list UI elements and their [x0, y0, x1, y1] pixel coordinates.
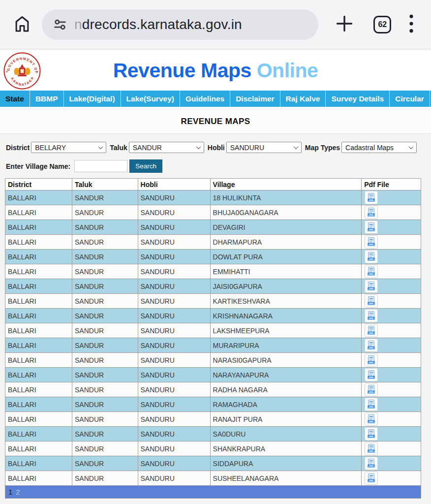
nav-tab-disclaimer[interactable]: Disclaimer: [230, 91, 280, 107]
pdf-download-button[interactable]: [365, 457, 378, 470]
pdf-download-button[interactable]: [365, 368, 378, 381]
village-cell: RANAJIT PURA: [210, 412, 362, 427]
village-cell: EMMIHATTI: [210, 264, 362, 279]
site-settings-icon[interactable]: [53, 17, 67, 32]
pdf-file-cell: [362, 353, 421, 368]
pdf-file-icon: [366, 296, 376, 306]
nav-tab-lake-survey[interactable]: Lake(Survey): [121, 91, 180, 107]
hobli-cell: SANDURU: [138, 235, 210, 250]
pdf-file-icon: [366, 266, 376, 277]
taluk-cell: SANDUR: [72, 456, 138, 471]
pdf-file-icon: [366, 355, 376, 365]
tab-switcher-button[interactable]: 62: [369, 11, 396, 38]
taluk-cell: SANDUR: [72, 397, 138, 412]
district-cell: BALLARI: [5, 441, 72, 456]
pdf-file-icon: [366, 325, 376, 336]
taluk-cell: SANDUR: [72, 382, 138, 397]
map-types-select[interactable]: Cadastral Maps: [341, 142, 417, 153]
taluk-cell: SANDUR: [72, 441, 138, 456]
pdf-download-button[interactable]: [365, 412, 378, 426]
map-types-selected-value: Cadastral Maps: [345, 144, 394, 152]
table-row: BALLARISANDURSANDURUDHARMAPURA: [5, 235, 421, 250]
pdf-download-button[interactable]: [365, 427, 378, 441]
pdf-download-button[interactable]: [365, 398, 378, 411]
table-row: BALLARISANDURSANDURUKRISHNANAGARA: [5, 309, 421, 323]
village-cell: NARASI0GAPURA: [210, 353, 362, 368]
hobli-cell: SANDURU: [138, 353, 210, 368]
pdf-file-icon: [366, 311, 376, 321]
district-select[interactable]: BELLARY: [31, 142, 106, 153]
pdf-file-cell: [362, 397, 421, 412]
pdf-download-button[interactable]: [365, 339, 378, 352]
pdf-download-button[interactable]: [365, 472, 378, 485]
pdf-file-icon: [366, 399, 376, 410]
pdf-download-button[interactable]: [365, 280, 378, 293]
pdf-download-button[interactable]: [365, 353, 378, 367]
plus-icon: [334, 13, 355, 35]
pdf-download-button[interactable]: [365, 309, 378, 322]
nav-tab-bbmp[interactable]: BBMP: [30, 91, 64, 107]
pdf-file-cell: [362, 382, 421, 397]
karnataka-emblem-logo: GOVERNMENT OF KARNATAKA ✶ ✶: [3, 52, 41, 92]
village-name-label: Enter Village Name:: [6, 162, 70, 170]
table-row: BALLARISANDURSANDURUBHUJA0GANAGARA: [5, 205, 421, 220]
page-number-link[interactable]: 2: [16, 488, 20, 496]
chevron-down-icon: [293, 144, 298, 149]
pdf-file-icon: [366, 473, 376, 483]
pdf-download-button[interactable]: [365, 324, 378, 337]
pdf-download-button[interactable]: [365, 265, 378, 278]
pdf-download-button[interactable]: [365, 442, 378, 455]
pdf-file-icon: [366, 384, 376, 395]
pdf-file-cell: [362, 220, 421, 235]
pdf-download-button[interactable]: [365, 235, 378, 249]
pdf-file-icon: [366, 458, 376, 469]
table-row: BALLARISANDURSANDURURANAJIT PURA: [5, 412, 421, 427]
table-row: BALLARISANDURSANDURUEMMIHATTI: [5, 264, 421, 279]
district-cell: BALLARI: [5, 412, 72, 427]
browser-menu-button[interactable]: [402, 11, 421, 38]
home-button[interactable]: [10, 12, 35, 37]
pdf-download-button[interactable]: [365, 383, 378, 396]
pdf-file-cell: [362, 412, 421, 427]
taluk-select[interactable]: SANDUR: [129, 142, 204, 153]
pdf-file-cell: [362, 205, 421, 220]
nav-tab-survey-details[interactable]: Survey Details: [326, 91, 390, 107]
pagination-bar: 12: [5, 486, 421, 499]
pdf-download-button[interactable]: [365, 191, 378, 204]
filter-district: DistrictBELLARY: [6, 142, 106, 153]
taluk-cell: SANDUR: [72, 279, 138, 294]
pdf-download-button[interactable]: [365, 206, 378, 219]
pdf-file-icon: [366, 192, 376, 203]
hobli-select[interactable]: SANDURU: [226, 142, 302, 153]
filter-bar: DistrictBELLARYTalukSANDURHobliSANDURUMa…: [6, 142, 421, 153]
table-row: BALLARISANDURSANDURUSIDDAPURA: [5, 456, 421, 471]
district-cell: BALLARI: [5, 309, 72, 323]
pdf-file-cell: [362, 264, 421, 279]
village-cell: LAKSHMEEPURA: [210, 323, 362, 338]
village-cell: KRISHNANAGARA: [210, 309, 362, 323]
filter-hobli: HobliSANDURU: [204, 142, 302, 153]
pdf-file-icon: [366, 222, 376, 232]
page-heading: REVENUE MAPS: [0, 117, 431, 126]
nav-tab-lake-digital[interactable]: Lake(Digital): [64, 91, 121, 107]
district-cell: BALLARI: [5, 190, 72, 205]
nav-tab-circular[interactable]: Circular: [390, 91, 430, 107]
new-tab-button[interactable]: [331, 11, 358, 38]
district-cell: BALLARI: [5, 456, 72, 471]
taluk-cell: SANDUR: [72, 250, 138, 264]
nav-tab-guidelines[interactable]: Guidelines: [180, 91, 230, 107]
url-bar[interactable]: ndrecords.karnataka.gov.in: [42, 9, 318, 40]
table-row: BALLARISANDURSANDURUSHANKRAPURA: [5, 441, 421, 456]
district-cell: BALLARI: [5, 471, 72, 486]
village-name-input[interactable]: [74, 160, 127, 172]
pdf-download-button[interactable]: [365, 294, 378, 308]
taluk-selected-value: SANDUR: [133, 144, 162, 152]
pdf-file-icon: [366, 443, 376, 454]
nav-tab-raj-kalve[interactable]: Raj Kalve: [280, 91, 326, 107]
search-button[interactable]: Search: [129, 159, 162, 173]
pdf-download-button[interactable]: [365, 250, 378, 263]
hobli-cell: SANDURU: [138, 220, 210, 235]
nav-tab-state[interactable]: State: [0, 91, 30, 107]
table-row: BALLARISANDURSANDURULAKSHMEEPURA: [5, 323, 421, 338]
pdf-download-button[interactable]: [365, 220, 378, 234]
